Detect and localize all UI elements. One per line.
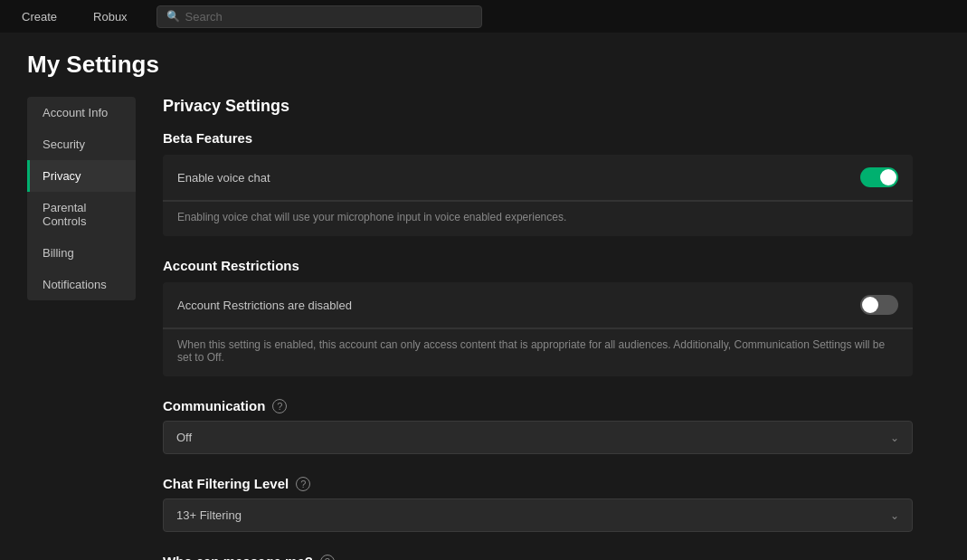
- account-restrictions-description: When this setting is enabled, this accou…: [163, 328, 913, 376]
- who-can-message-header: Who can message me? ?: [163, 554, 913, 560]
- who-can-message-help-icon[interactable]: ?: [320, 555, 335, 561]
- top-navigation: Create Robux 🔍: [0, 0, 967, 33]
- chat-filtering-title: Chat Filtering Level: [163, 476, 289, 491]
- chat-filtering-section: Chat Filtering Level ? 13+ Filtering ⌄: [163, 476, 913, 532]
- communication-dropdown[interactable]: Off ⌄: [163, 421, 913, 454]
- communication-header: Communication ?: [163, 398, 913, 413]
- communication-title: Communication: [163, 398, 265, 413]
- beta-features-title: Beta Features: [163, 130, 913, 146]
- sidebar-item-notifications[interactable]: Notifications: [27, 269, 136, 300]
- sidebar-item-parental-controls[interactable]: Parental Controls: [27, 192, 136, 237]
- sidebar-item-privacy[interactable]: Privacy: [27, 160, 136, 192]
- account-restrictions-section: Account Restrictions Account Restriction…: [163, 258, 913, 376]
- voice-chat-label: Enable voice chat: [177, 171, 270, 185]
- sidebar: Account Info Security Privacy Parental C…: [27, 97, 136, 300]
- main-content: Privacy Settings Beta Features Enable vo…: [136, 97, 940, 560]
- voice-chat-card: Enable voice chat Enabling voice chat wi…: [163, 155, 913, 236]
- content-layout: Account Info Security Privacy Parental C…: [27, 97, 940, 560]
- who-can-message-section: Who can message me? ? No one ⌄: [163, 554, 913, 560]
- search-bar: 🔍: [156, 5, 482, 28]
- communication-help-icon[interactable]: ?: [272, 399, 287, 413]
- sidebar-item-billing[interactable]: Billing: [27, 237, 136, 269]
- sidebar-item-security[interactable]: Security: [27, 128, 136, 160]
- account-restrictions-title: Account Restrictions: [163, 258, 913, 273]
- account-restrictions-card: Account Restrictions are disabled When t…: [163, 282, 913, 376]
- voice-chat-toggle[interactable]: [860, 167, 898, 187]
- account-restrictions-toggle[interactable]: [860, 295, 898, 315]
- beta-features-section: Beta Features Enable voice chat Enabling…: [163, 130, 913, 236]
- who-can-message-title: Who can message me?: [163, 554, 313, 560]
- chevron-down-icon: ⌄: [890, 432, 899, 444]
- chat-filtering-dropdown[interactable]: 13+ Filtering ⌄: [163, 498, 913, 532]
- communication-section: Communication ? Off ⌄: [163, 398, 913, 454]
- toggle-thumb-on: [880, 169, 896, 185]
- nav-create[interactable]: Create: [14, 10, 64, 24]
- page-title: My Settings: [27, 51, 940, 79]
- toggle-thumb-off: [862, 297, 878, 313]
- section-title: Privacy Settings: [163, 97, 913, 116]
- chat-filtering-value: 13+ Filtering: [176, 508, 242, 522]
- page-wrapper: My Settings Account Info Security Privac…: [0, 33, 967, 560]
- chat-filtering-help-icon[interactable]: ?: [296, 477, 310, 491]
- search-icon: 🔍: [166, 10, 180, 23]
- voice-chat-row: Enable voice chat: [163, 155, 913, 200]
- account-restrictions-label: Account Restrictions are disabled: [177, 299, 352, 312]
- voice-chat-description: Enabling voice chat will use your microp…: [163, 201, 913, 236]
- nav-robux[interactable]: Robux: [86, 10, 135, 24]
- chat-filtering-header: Chat Filtering Level ?: [163, 476, 913, 491]
- search-input[interactable]: [185, 10, 472, 24]
- communication-value: Off: [176, 431, 192, 444]
- sidebar-item-account-info[interactable]: Account Info: [27, 97, 136, 128]
- account-restrictions-row: Account Restrictions are disabled: [163, 282, 913, 327]
- chevron-down-icon-2: ⌄: [890, 509, 899, 522]
